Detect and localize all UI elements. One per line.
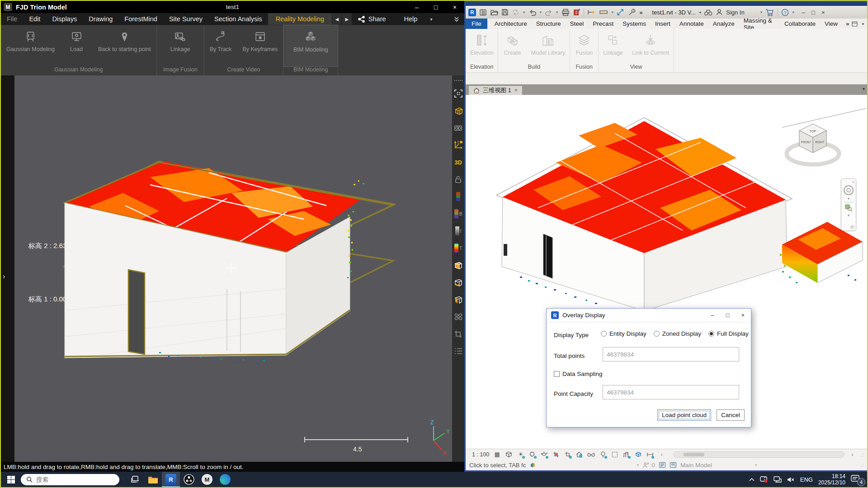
intensity-mode-icon[interactable]: I (453, 225, 464, 236)
toolbar-drag-handle[interactable] (454, 80, 462, 81)
zoom-caret-icon[interactable]: ▾ (848, 213, 849, 217)
sun-path-icon[interactable]: ☀ (517, 450, 524, 458)
dialog-minimize-button[interactable]: – (711, 312, 714, 319)
rgb-color-mode-icon[interactable] (453, 191, 464, 202)
screen-record-icon[interactable] (760, 476, 768, 483)
navbar-close-icon[interactable]: × (852, 180, 854, 184)
editable-only-filter[interactable]: :0 (642, 462, 655, 469)
temporary-hide-icon[interactable] (587, 450, 595, 458)
by-track-button[interactable]: By Track (204, 25, 237, 66)
tab-systems[interactable]: Systems (618, 19, 651, 29)
menu-site-survey[interactable]: Site Survey (163, 13, 208, 25)
sync-caret-icon[interactable]: ▾ (523, 10, 525, 14)
scroll-right-icon[interactable]: › (849, 450, 856, 458)
network-icon[interactable] (774, 476, 782, 483)
tab-file[interactable]: File (466, 19, 487, 29)
revit-minimize-button[interactable]: – (802, 9, 805, 16)
crop-view-icon[interactable] (552, 450, 560, 458)
main-model-dropdown[interactable]: Main Model ▾ (680, 462, 857, 469)
horizontal-scrollbar[interactable] (673, 451, 844, 458)
displacement-icon[interactable] (623, 450, 630, 458)
revit-taskbar-button[interactable]: R (162, 472, 180, 487)
back-to-starting-point-button[interactable]: Back to starting point (93, 25, 156, 66)
tab-insert[interactable]: Insert (651, 19, 675, 29)
tab-annotate[interactable]: Annotate (675, 19, 708, 29)
worksharing-display-icon[interactable] (634, 450, 642, 458)
properties-icon[interactable] (479, 9, 487, 16)
visual-style-icon[interactable] (505, 450, 513, 458)
share-button[interactable]: Share (352, 15, 392, 23)
gaussian-modeling-button[interactable]: Gaussian Modeling (1, 25, 60, 66)
fit-view-icon[interactable] (453, 88, 464, 99)
tab-steel[interactable]: Steel (566, 19, 589, 29)
cross-section-icon[interactable] (453, 311, 464, 322)
view-scale-button[interactable]: 1 : 100 (472, 451, 489, 458)
link-to-current-button[interactable]: Link to Current (627, 29, 674, 56)
steering-wheel-icon[interactable] (844, 185, 854, 195)
blend-color-mode-icon[interactable]: B (453, 208, 464, 219)
point-capacity-input[interactable] (603, 385, 739, 399)
file-explorer-button[interactable] (144, 472, 162, 487)
toolbar-more-icon[interactable]: » (639, 9, 642, 16)
cube-left-face-icon[interactable] (453, 294, 464, 305)
app-store-cart-icon[interactable] (765, 9, 774, 16)
aligned-dimension-icon[interactable] (617, 9, 625, 16)
volume-muted-icon[interactable] (787, 477, 795, 483)
tab-overflow-icon[interactable]: » (846, 20, 849, 27)
bounding-box-icon[interactable] (453, 105, 464, 116)
scrollbar-thumb[interactable] (684, 453, 704, 456)
dialog-close-button[interactable]: × (741, 312, 745, 319)
title-collapse-icon[interactable]: ◂ (699, 10, 701, 14)
crop-region-icon[interactable] (564, 450, 571, 458)
menu-section-analysis[interactable]: Section Analysis (208, 13, 268, 25)
viewctl-collapse-icon[interactable]: ‹ (658, 450, 665, 458)
tab-scroll-left-button[interactable]: ◀ (332, 13, 342, 25)
menu-drawing[interactable]: Drawing (83, 13, 118, 25)
dialog-titlebar[interactable]: R Overlay Display – □ × (547, 309, 751, 322)
tab-architecture[interactable]: Architecture (490, 19, 532, 29)
wheel-caret-icon[interactable]: ▾ (848, 197, 849, 201)
measure-icon[interactable] (599, 9, 609, 15)
zoom-region-icon[interactable] (844, 204, 853, 212)
search-binoculars-icon[interactable] (704, 9, 712, 16)
collapse-ribbon-icon[interactable] (453, 16, 460, 22)
fusion-button[interactable]: Fusion (570, 29, 598, 56)
view-tab-close-icon[interactable]: × (514, 87, 518, 94)
sync-icon[interactable] (512, 9, 520, 16)
user-icon[interactable] (716, 9, 723, 16)
tab-scroll-right-button[interactable]: ▶ (342, 13, 352, 25)
menu-file[interactable]: File (1, 13, 23, 25)
detail-level-icon[interactable]: ▦ (493, 450, 501, 458)
ribbon-state-toggle-icon[interactable] (852, 21, 859, 27)
reveal-hidden-icon[interactable] (599, 450, 607, 458)
menu-displays[interactable]: Displays (46, 13, 83, 25)
revit-app-icon[interactable]: R (468, 9, 476, 16)
3d-mode-button[interactable]: 3D (453, 157, 464, 168)
taskbar-clock[interactable]: 18:14 2025/12/10 (818, 473, 845, 486)
load-button[interactable]: Load (60, 25, 93, 66)
total-points-input[interactable] (603, 347, 739, 361)
sign-in-button[interactable]: Sign In (726, 9, 744, 16)
crop-icon[interactable] (453, 328, 464, 339)
trion-close-button[interactable]: × (445, 1, 464, 13)
export-icon[interactable] (573, 9, 580, 16)
cancel-button[interactable]: Cancel (717, 409, 745, 421)
linkage-rv-button[interactable]: Linkage (599, 29, 627, 56)
cube-bottom-face-icon[interactable] (453, 277, 464, 288)
ribbon-state-caret-icon[interactable]: ▾ (862, 22, 864, 26)
radio-zoned-display[interactable]: Zoned Display (654, 330, 701, 337)
resize-grip[interactable]: .: (860, 452, 864, 457)
linkage-button[interactable]: Linkage (157, 25, 204, 66)
filter-panel-icon[interactable] (659, 462, 666, 468)
language-indicator[interactable]: ENG (800, 476, 813, 483)
tab-collaborate[interactable]: Collaborate (780, 19, 820, 29)
pin-measure-icon[interactable] (587, 9, 596, 16)
trion-maximize-button[interactable]: □ (426, 1, 445, 13)
menu-forestmind[interactable]: ForestMind (118, 13, 163, 25)
redo-caret-icon[interactable]: ▾ (556, 10, 558, 14)
print-icon[interactable] (561, 9, 570, 16)
elevation-button[interactable]: Elevation (466, 29, 498, 56)
start-button[interactable] (1, 472, 21, 487)
orbit-icon[interactable] (453, 122, 464, 133)
task-view-button[interactable] (126, 472, 144, 487)
